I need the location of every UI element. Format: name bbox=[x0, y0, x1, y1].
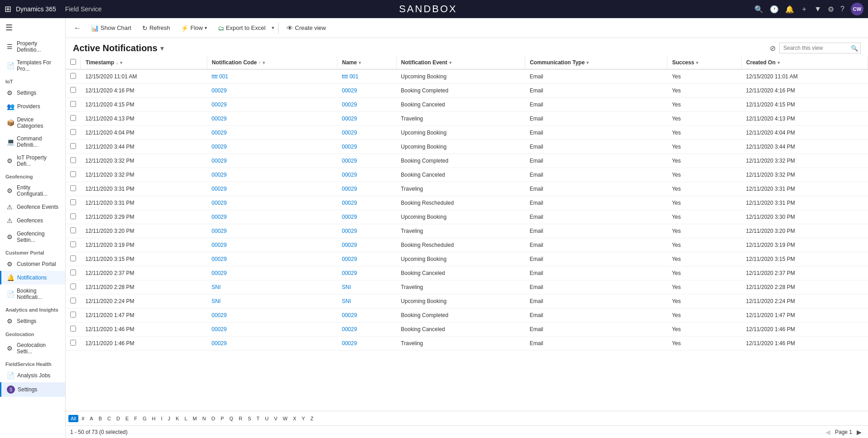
name-link[interactable]: 00029 bbox=[342, 214, 357, 220]
row-checkbox[interactable] bbox=[70, 143, 76, 149]
col-name-filter-icon[interactable]: ▾ bbox=[359, 60, 361, 65]
notification-code-link[interactable]: 00029 bbox=[211, 158, 226, 164]
name-link[interactable]: 00029 bbox=[342, 200, 357, 206]
notification-code-link[interactable]: 00029 bbox=[211, 270, 226, 276]
page-next-button[interactable]: ▶ bbox=[855, 428, 863, 437]
notification-code-link[interactable]: 00029 bbox=[211, 200, 226, 206]
col-comm-type-filter-icon[interactable]: ▾ bbox=[586, 60, 589, 65]
clock-icon[interactable]: 🕐 bbox=[770, 5, 779, 14]
row-checkbox[interactable] bbox=[70, 326, 76, 332]
sidebar-item-analysis-jobs[interactable]: 📄 Analysis Jobs bbox=[0, 369, 65, 382]
row-checkbox[interactable] bbox=[70, 87, 76, 93]
name-link[interactable]: 00029 bbox=[342, 130, 357, 136]
alpha-btn-w[interactable]: W bbox=[281, 415, 290, 422]
col-timestamp-filter-icon[interactable]: ▾ bbox=[120, 60, 122, 65]
row-checkbox[interactable] bbox=[70, 227, 76, 233]
row-checkbox[interactable] bbox=[70, 298, 76, 303]
col-notification-event[interactable]: Notification Event ▾ bbox=[396, 56, 525, 69]
sidebar-item-geofence-events[interactable]: ⚠ Geofence Events bbox=[0, 200, 65, 214]
alpha-btn-a[interactable]: A bbox=[87, 415, 95, 422]
name-link[interactable]: 00029 bbox=[342, 158, 357, 164]
alpha-btn-u[interactable]: U bbox=[263, 415, 271, 422]
name-link[interactable]: 00029 bbox=[342, 312, 357, 318]
row-checkbox[interactable] bbox=[70, 129, 76, 135]
col-success[interactable]: Success ▾ bbox=[667, 56, 742, 69]
sidebar-item-settings-iot[interactable]: ⚙ Settings bbox=[0, 86, 65, 100]
alpha-btn-n[interactable]: N bbox=[200, 415, 208, 422]
alpha-btn-y[interactable]: Y bbox=[299, 415, 307, 422]
col-success-filter-icon[interactable]: ▾ bbox=[696, 60, 698, 65]
notification-code-link[interactable]: 00029 bbox=[211, 340, 226, 347]
sidebar-item-property-def[interactable]: ☰ Property Definitio... bbox=[0, 37, 65, 56]
name-link[interactable]: 00029 bbox=[342, 116, 357, 122]
sidebar-item-command-def[interactable]: 💻 Command Definiti... bbox=[0, 132, 65, 151]
export-excel-button[interactable]: 🗂 Export to Excel bbox=[213, 22, 270, 34]
alpha-btn-c[interactable]: C bbox=[105, 415, 113, 422]
alpha-btn-v[interactable]: V bbox=[272, 415, 279, 422]
notification-code-link[interactable]: 00029 bbox=[211, 186, 226, 192]
sidebar-item-booking-notif[interactable]: 📄 Booking Notificati... bbox=[0, 284, 65, 303]
name-link[interactable]: 00029 bbox=[342, 340, 357, 347]
row-checkbox[interactable] bbox=[70, 340, 76, 346]
notification-code-link[interactable]: SNI bbox=[211, 298, 221, 304]
gear-icon[interactable]: ⚙ bbox=[828, 5, 834, 14]
name-link[interactable]: 00029 bbox=[342, 242, 357, 248]
notification-code-link[interactable]: 00029 bbox=[211, 242, 226, 248]
alpha-btn-all[interactable]: All bbox=[68, 415, 78, 422]
notification-code-link[interactable]: 00029 bbox=[211, 101, 226, 108]
alpha-btn-#[interactable]: # bbox=[79, 415, 86, 422]
flow-button[interactable]: ⚡ Flow ▾ bbox=[176, 22, 211, 34]
search-icon[interactable]: 🔍 bbox=[851, 45, 858, 52]
col-notif-event-filter-icon[interactable]: ▾ bbox=[449, 60, 451, 65]
name-link[interactable]: 00029 bbox=[342, 87, 357, 94]
alpha-btn-s[interactable]: S bbox=[245, 415, 253, 422]
name-link[interactable]: 00029 bbox=[342, 256, 357, 262]
avatar[interactable]: CW bbox=[851, 3, 863, 15]
show-chart-button[interactable]: 📊 Show Chart bbox=[86, 22, 136, 34]
sidebar-item-geolocation-settings[interactable]: ⚙ Geolocation Setti... bbox=[0, 339, 65, 358]
filter-icon[interactable]: ▼ bbox=[814, 5, 821, 13]
row-checkbox[interactable] bbox=[70, 199, 76, 205]
row-checkbox[interactable] bbox=[70, 312, 76, 318]
flow-chevron-icon[interactable]: ▾ bbox=[205, 25, 207, 30]
select-all-checkbox[interactable] bbox=[70, 59, 76, 65]
sidebar-item-templates-pro[interactable]: 📄 Templates For Pro... bbox=[0, 56, 65, 75]
row-checkbox[interactable] bbox=[70, 270, 76, 275]
alpha-btn-b[interactable]: B bbox=[96, 415, 104, 422]
col-created-on[interactable]: Created On ▾ bbox=[742, 56, 868, 69]
row-checkbox[interactable] bbox=[70, 171, 76, 177]
alpha-btn-q[interactable]: Q bbox=[227, 415, 236, 422]
notification-code-link[interactable]: 00029 bbox=[211, 312, 226, 318]
col-communication-type[interactable]: Communication Type ▾ bbox=[525, 56, 667, 69]
sidebar-item-settings-analytics[interactable]: ⚙ Settings bbox=[0, 314, 65, 328]
alpha-btn-i[interactable]: I bbox=[159, 415, 165, 422]
notification-code-link[interactable]: 00029 bbox=[211, 172, 226, 178]
alpha-btn-l[interactable]: L bbox=[182, 415, 189, 422]
search-input[interactable] bbox=[779, 43, 861, 53]
name-link[interactable]: 00029 bbox=[342, 326, 357, 332]
sort-down-icon[interactable]: ↓ bbox=[116, 60, 118, 65]
alpha-btn-k[interactable]: K bbox=[173, 415, 181, 422]
notification-code-link[interactable]: 00029 bbox=[211, 144, 226, 150]
sidebar-item-notifications[interactable]: 🔔 Notifications bbox=[0, 271, 65, 284]
alpha-btn-p[interactable]: P bbox=[218, 415, 226, 422]
notification-code-link[interactable]: 00029 bbox=[211, 116, 226, 122]
name-link[interactable]: 00029 bbox=[342, 228, 357, 234]
col-name[interactable]: Name ▾ bbox=[337, 56, 396, 69]
row-checkbox[interactable] bbox=[70, 255, 76, 261]
plus-icon[interactable]: ＋ bbox=[801, 5, 808, 14]
bell-icon[interactable]: 🔔 bbox=[785, 5, 794, 14]
name-link[interactable]: SNI bbox=[342, 284, 351, 290]
help-icon[interactable]: ? bbox=[840, 5, 844, 13]
alpha-btn-x[interactable]: X bbox=[291, 415, 298, 422]
sidebar-item-geofencing-settings[interactable]: ⚙ Geofencing Settin... bbox=[0, 227, 65, 246]
create-view-button[interactable]: 👁 Create view bbox=[282, 22, 331, 34]
notification-code-link[interactable]: 00029 bbox=[211, 256, 226, 262]
name-link[interactable]: 00029 bbox=[342, 144, 357, 150]
alpha-btn-m[interactable]: M bbox=[191, 415, 199, 422]
sidebar-item-customer-portal[interactable]: ⚙ Customer Portal bbox=[0, 257, 65, 271]
alpha-btn-r[interactable]: R bbox=[236, 415, 245, 422]
alpha-btn-e[interactable]: E bbox=[123, 415, 131, 422]
sidebar-item-settings-bottom[interactable]: S Settings bbox=[0, 382, 65, 397]
sidebar-item-entity-config[interactable]: ⚙ Entity Configurati... bbox=[0, 181, 65, 200]
